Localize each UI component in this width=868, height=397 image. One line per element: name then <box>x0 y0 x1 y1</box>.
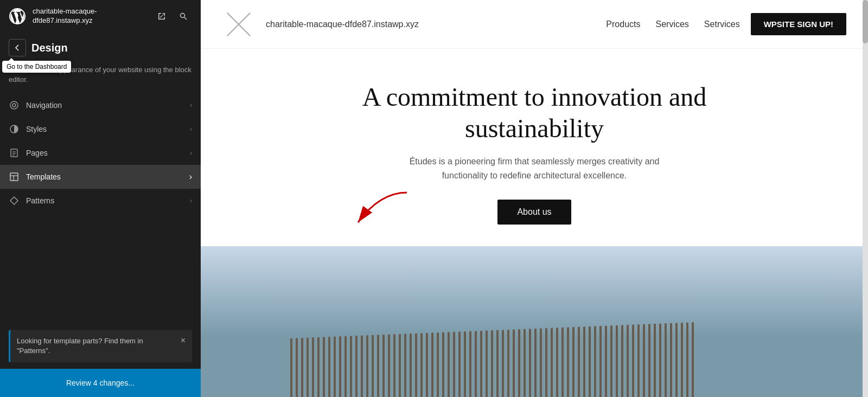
sidebar: charitable-macaque- dfde87.instawp.xyz D… <box>0 0 201 397</box>
website-header: charitable-macaque-dfde87.instawp.xyz Pr… <box>201 0 868 49</box>
template-parts-notice: Looking for template parts? Find them in… <box>9 330 192 362</box>
svg-line-2 <box>184 17 187 20</box>
review-changes-button[interactable]: Review 4 changes... <box>66 379 135 387</box>
building-image <box>201 246 868 397</box>
svg-rect-6 <box>11 149 17 157</box>
tooltip: Go to the Dashboard <box>2 61 71 73</box>
sidebar-menu: Navigation › Styles › <box>0 93 201 323</box>
page-icon <box>9 148 20 158</box>
svg-rect-10 <box>10 173 18 181</box>
site-logo <box>222 8 255 41</box>
search-button[interactable] <box>175 8 192 25</box>
templates-chevron: › <box>189 172 192 182</box>
site-name: charitable-macaque- dfde87.instawp.xyz <box>33 7 146 25</box>
hero-title: A commitment to innovation and sustainab… <box>344 81 724 144</box>
template-icon <box>9 171 20 182</box>
styles-chevron: › <box>190 125 192 133</box>
templates-label: Templates <box>26 172 183 181</box>
sidebar-design-header: Design Go to the Dashboard <box>0 33 201 63</box>
patterns-chevron: › <box>190 197 192 204</box>
site-url-text: charitable-macaque-dfde87.instawp.xyz <box>266 20 595 29</box>
hero-subtitle: Études is a pioneering firm that seamles… <box>388 155 681 182</box>
notice-close-button[interactable]: × <box>181 336 186 345</box>
sidebar-item-styles[interactable]: Styles › <box>0 117 201 141</box>
nav-setrvices[interactable]: Setrvices <box>704 20 740 29</box>
sidebar-footer[interactable]: Review 4 changes... <box>0 369 201 397</box>
half-circle-icon <box>9 124 20 135</box>
diamond-icon <box>9 195 20 206</box>
notice-text: Looking for template parts? Find them in… <box>17 336 176 356</box>
styles-label: Styles <box>26 125 183 133</box>
scrollbar-thumb[interactable] <box>863 0 868 43</box>
nav-products[interactable]: Products <box>606 20 640 29</box>
svg-point-1 <box>181 14 185 18</box>
navigation-label: Navigation <box>26 101 183 110</box>
design-title: Design <box>31 42 68 54</box>
back-button[interactable] <box>9 39 26 56</box>
wordpress-logo[interactable] <box>9 8 26 25</box>
building-vertical-lines <box>290 299 778 397</box>
sidebar-item-patterns[interactable]: Patterns › <box>0 189 201 213</box>
external-link-button[interactable] <box>153 8 170 25</box>
scrollbar[interactable] <box>863 0 868 397</box>
sidebar-topbar: charitable-macaque- dfde87.instawp.xyz <box>0 0 201 33</box>
main-preview: charitable-macaque-dfde87.instawp.xyz Pr… <box>201 0 868 397</box>
sidebar-item-templates[interactable]: Templates › <box>0 165 201 189</box>
pages-label: Pages <box>26 149 183 157</box>
patterns-label: Patterns <box>26 196 183 205</box>
website-preview: charitable-macaque-dfde87.instawp.xyz Pr… <box>201 0 868 397</box>
website-nav: Products Services Setrvices <box>606 20 739 29</box>
nav-services[interactable]: Services <box>656 20 689 29</box>
svg-point-3 <box>10 101 18 109</box>
circle-icon <box>9 100 20 111</box>
svg-point-4 <box>12 104 16 107</box>
building-section <box>201 246 868 397</box>
navigation-chevron: › <box>190 101 192 109</box>
about-us-button[interactable]: About us <box>497 200 571 225</box>
pages-chevron: › <box>190 149 192 157</box>
sidebar-item-pages[interactable]: Pages › <box>0 141 201 165</box>
website-hero: A commitment to innovation and sustainab… <box>201 49 868 246</box>
building-facade <box>290 299 778 397</box>
signup-button[interactable]: WPSITE SIGN UP! <box>751 13 846 35</box>
topbar-icons <box>153 8 192 25</box>
sidebar-item-navigation[interactable]: Navigation › <box>0 93 201 117</box>
